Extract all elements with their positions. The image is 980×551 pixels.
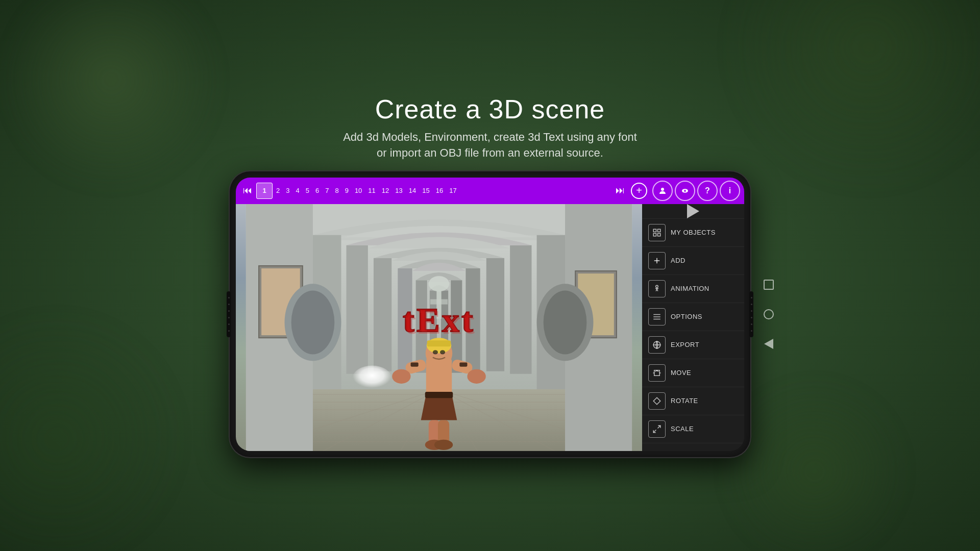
speaker-dot	[751, 317, 752, 318]
frame-12-btn[interactable]: 12	[379, 185, 391, 196]
nav-back-btn[interactable]	[762, 337, 776, 351]
frame-2-btn[interactable]: 2	[274, 185, 282, 196]
export-label: EXPORT	[671, 341, 699, 348]
export-icon	[648, 336, 666, 354]
phone-wrapper: ⏮ 1 2 3 4 5 6 7 8 9 10 11 12 13 14 15	[230, 171, 750, 457]
scale-icon	[648, 420, 666, 438]
svg-rect-49	[427, 340, 451, 346]
eye-icon-btn[interactable]	[675, 181, 695, 201]
side-panel: MY OBJECTS ADD	[642, 204, 744, 451]
rotate-item[interactable]: ROTATE	[642, 387, 744, 415]
animation-item[interactable]: ANIMATION	[642, 274, 744, 303]
skip-back-btn[interactable]: ⏮	[240, 183, 255, 198]
play-button[interactable]	[687, 204, 699, 218]
svg-point-51	[440, 350, 445, 354]
phone-screen: ⏮ 1 2 3 4 5 6 7 8 9 10 11 12 13 14 15	[236, 178, 744, 451]
rotate-label: ROTATE	[671, 397, 698, 405]
export-item[interactable]: EXPORT	[642, 331, 744, 359]
my-objects-item[interactable]: MY OBJECTS	[642, 218, 744, 246]
timeline-bar: ⏮ 1 2 3 4 5 6 7 8 9 10 11 12 13 14 15	[236, 178, 744, 204]
svg-rect-65	[658, 229, 660, 232]
svg-rect-56	[411, 362, 419, 366]
svg-marker-84	[653, 397, 660, 405]
phone-device: ⏮ 1 2 3 4 5 6 7 8 9 10 11 12 13 14 15	[230, 171, 750, 457]
add-label: ADD	[671, 257, 685, 264]
speaker-left	[227, 291, 231, 337]
speaker-dot	[228, 323, 230, 325]
svg-rect-27	[510, 245, 531, 373]
redo-button[interactable]	[706, 447, 727, 451]
content-area: tExt tExt	[236, 204, 744, 451]
top-bar-icons: ? i	[652, 181, 740, 201]
3d-viewport[interactable]: tExt tExt	[236, 204, 642, 451]
nav-home-btn[interactable]	[762, 307, 776, 321]
speaker-dot	[751, 330, 752, 332]
add-icon	[648, 252, 666, 269]
frame-3-btn[interactable]: 3	[283, 185, 292, 196]
options-label: OPTIONS	[671, 313, 702, 320]
svg-line-75	[657, 290, 658, 291]
undo-button[interactable]	[659, 447, 680, 451]
svg-point-42	[544, 290, 587, 354]
nav-square-icon	[764, 280, 774, 290]
frame-1-btn[interactable]: 1	[256, 183, 273, 199]
subtitle-line1: Add 3d Models, Environment, create 3d Te…	[343, 131, 637, 143]
svg-point-2	[684, 190, 686, 192]
help-icon-btn[interactable]: ?	[697, 181, 718, 201]
add-item[interactable]: ADD	[642, 246, 744, 274]
speaker-dot	[751, 310, 752, 312]
frame-17-btn[interactable]: 17	[447, 185, 459, 196]
frame-6-btn[interactable]: 6	[313, 185, 322, 196]
speaker-dot	[751, 297, 752, 298]
scene-svg: tExt tExt	[236, 204, 642, 451]
svg-line-86	[653, 430, 656, 432]
svg-point-0	[661, 188, 664, 191]
android-nav	[762, 278, 776, 351]
frame-14-btn[interactable]: 14	[406, 185, 419, 196]
my-objects-icon	[648, 224, 666, 241]
options-item[interactable]: OPTIONS	[642, 303, 744, 331]
info-icon-btn[interactable]: i	[720, 181, 740, 201]
scale-item[interactable]: SCALE	[642, 415, 744, 443]
svg-rect-67	[658, 233, 660, 236]
svg-point-70	[656, 285, 658, 288]
header-section: Create a 3D scene Add 3d Models, Environ…	[343, 94, 637, 161]
svg-point-54	[392, 369, 410, 383]
svg-point-63	[434, 440, 453, 450]
play-button-area	[642, 204, 744, 218]
frame-16-btn[interactable]: 16	[433, 185, 446, 196]
svg-rect-66	[653, 233, 656, 236]
frame-7-btn[interactable]: 7	[323, 185, 331, 196]
frame-numbers: 2 3 4 5 6 7 8 9 10 11 12 13 14 15 16 17	[274, 185, 611, 196]
nav-circle-icon	[764, 309, 774, 319]
move-item[interactable]: MOVE	[642, 359, 744, 387]
frame-13-btn[interactable]: 13	[393, 185, 405, 196]
svg-point-45	[353, 365, 392, 390]
skip-forward-btn[interactable]: ⏭	[612, 183, 628, 198]
svg-point-55	[467, 369, 485, 383]
frame-10-btn[interactable]: 10	[352, 185, 364, 196]
frame-11-btn[interactable]: 11	[365, 185, 378, 196]
svg-marker-58	[421, 394, 457, 420]
svg-rect-57	[459, 362, 467, 366]
frame-15-btn[interactable]: 15	[420, 185, 432, 196]
svg-rect-26	[347, 245, 368, 373]
subtitle: Add 3d Models, Environment, create 3d Te…	[343, 130, 637, 161]
speaker-dot	[228, 297, 230, 298]
main-title: Create a 3D scene	[343, 94, 637, 124]
frame-5-btn[interactable]: 5	[303, 185, 312, 196]
svg-text:tExt: tExt	[404, 303, 477, 341]
svg-rect-28	[374, 258, 391, 371]
svg-point-50	[433, 350, 438, 354]
nav-recent-btn[interactable]	[762, 278, 776, 292]
options-icon	[648, 308, 666, 325]
frame-8-btn[interactable]: 8	[332, 185, 341, 196]
speaker-dot	[228, 330, 230, 332]
svg-rect-81	[654, 370, 660, 376]
frame-4-btn[interactable]: 4	[293, 185, 302, 196]
profile-icon-btn[interactable]	[652, 181, 673, 201]
add-frame-btn[interactable]: +	[631, 183, 647, 199]
undo-redo-panel	[642, 443, 744, 451]
subtitle-line2: or import an OBJ file from an external s…	[377, 146, 603, 159]
frame-9-btn[interactable]: 9	[342, 185, 351, 196]
